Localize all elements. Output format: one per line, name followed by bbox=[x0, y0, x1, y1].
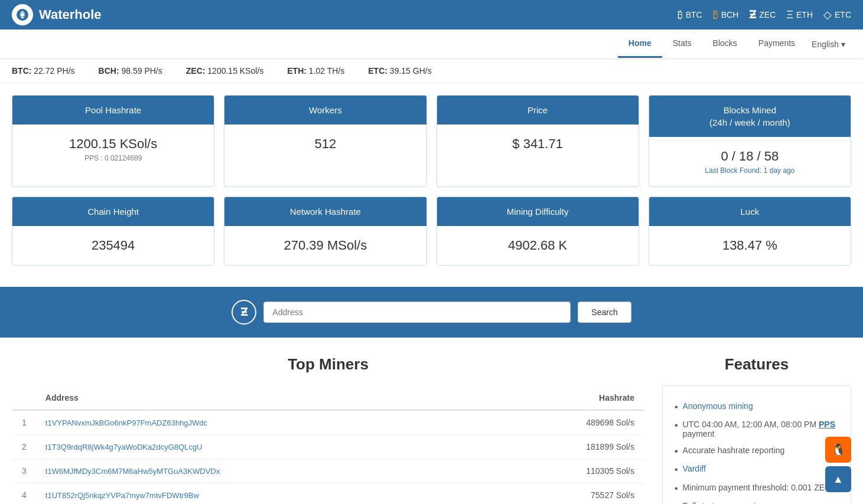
table-row: 2 t1T3Q9rdqR8jWk4g7yaWoDKa2dcyG8QLcgU 18… bbox=[12, 435, 644, 459]
miner-rank-1: 1 bbox=[12, 410, 36, 435]
col-hashrate: Hashrate bbox=[487, 386, 644, 411]
arrow-up-icon: ▲ bbox=[833, 473, 844, 486]
features-box: Anonymous mining UTC 04:00 AM, 12:00 AM,… bbox=[662, 385, 851, 504]
stat-blocks-mined-value: 0 / 18 / 58 bbox=[655, 149, 845, 164]
hashrate-zec-coin: ZEC: bbox=[186, 66, 206, 76]
top-header: Waterhole ₿ BTC ₿ BCH Ƶ ZEC Ξ ETH ◇ ETC bbox=[0, 0, 863, 30]
coin-etc-label: ETC bbox=[835, 10, 851, 19]
hashrate-etc-value: 39.15 GH/s bbox=[390, 66, 432, 76]
top-miners-section: Top Miners Address Hashrate 1 t1VYPANvxm… bbox=[12, 355, 644, 504]
stratum-text: Full stratum support bbox=[683, 501, 756, 504]
language-dropdown[interactable]: English ▾ bbox=[806, 31, 851, 57]
nav-links: Home Stats Blocks Payments English ▾ bbox=[618, 30, 851, 58]
stat-blocks-mined-header: Blocks Mined(24h / week / month) bbox=[649, 96, 851, 137]
stat-luck-header: Luck bbox=[649, 197, 851, 226]
nav-payments[interactable]: Payments bbox=[748, 30, 806, 58]
coin-eth[interactable]: Ξ ETH bbox=[786, 9, 813, 21]
scroll-top-button[interactable]: ▲ bbox=[825, 466, 851, 492]
qq-button[interactable]: 🐧 bbox=[825, 437, 851, 463]
stat-workers-body: 512 bbox=[224, 125, 426, 163]
stat-luck-value: 138.47 % bbox=[655, 238, 845, 253]
coin-zec-label: ZEC bbox=[759, 10, 776, 19]
stat-price-body: $ 341.71 bbox=[437, 125, 639, 163]
stat-price: Price $ 341.71 bbox=[437, 95, 639, 187]
miner-hashrate-2: 181899 Sol/s bbox=[487, 435, 644, 459]
feature-pps-payment: UTC 04:00 AM, 12:00 AM, 08:00 PM PPS pay… bbox=[675, 416, 839, 442]
dropdown-arrow-icon: ▾ bbox=[841, 40, 845, 49]
address-search-input[interactable] bbox=[263, 302, 571, 323]
table-row: 3 t1W6MJfMDy3Cm6M7M6aHw5yMTGuA3KWDVDx 11… bbox=[12, 459, 644, 483]
coin-btc[interactable]: ₿ BTC bbox=[678, 9, 702, 21]
float-buttons: 🐧 ▲ bbox=[825, 437, 851, 492]
top-miners-title: Top Miners bbox=[12, 355, 644, 374]
hashrate-bch-value: 98.59 PH/s bbox=[121, 66, 162, 76]
stat-chain-height-body: 235494 bbox=[12, 226, 214, 265]
stat-mining-difficulty-body: 4902.68 K bbox=[437, 226, 639, 265]
min-payment-text: Minimum payment threshold: 0.001 ZEC bbox=[683, 483, 831, 492]
vardiff-link[interactable]: Vardiff bbox=[683, 464, 706, 473]
search-button[interactable]: Search bbox=[578, 302, 631, 323]
stat-price-header: Price bbox=[437, 96, 639, 125]
main-content: Top Miners Address Hashrate 1 t1VYPANvxm… bbox=[0, 338, 863, 504]
stat-pool-hashrate-value: 1200.15 KSol/s bbox=[18, 136, 208, 152]
miners-table: Address Hashrate 1 t1VYPANvxmJkBGo6nkP97… bbox=[12, 385, 644, 504]
miner-address-2: t1T3Q9rdqR8jWk4g7yaWoDKa2dcyG8QLcgU bbox=[36, 435, 487, 459]
hashrate-eth-coin: ETH: bbox=[287, 66, 307, 76]
stat-blocks-mined: Blocks Mined(24h / week / month) 0 / 18 … bbox=[649, 95, 851, 187]
feature-min-payment: Minimum payment threshold: 0.001 ZEC bbox=[675, 479, 839, 498]
hashrate-btc-coin: BTC: bbox=[12, 66, 31, 76]
coin-bch[interactable]: ₿ BCH bbox=[713, 9, 739, 21]
stat-blocks-mined-body: 0 / 18 / 58 Last Block Found: 1 day ago bbox=[649, 137, 851, 186]
hashrate-bch: BCH: 98.59 PH/s bbox=[99, 66, 162, 76]
hashrate-bar: BTC: 22.72 PH/s BCH: 98.59 PH/s ZEC: 120… bbox=[0, 59, 863, 83]
hashrate-etc: ETC: 39.15 GH/s bbox=[368, 66, 431, 76]
miners-table-header-row: Address Hashrate bbox=[12, 386, 644, 411]
miner-rank-3: 3 bbox=[12, 459, 36, 483]
zec-icon: Ƶ bbox=[232, 300, 256, 325]
stat-price-value: $ 341.71 bbox=[443, 136, 633, 152]
nav-bar: Home Stats Blocks Payments English ▾ bbox=[0, 30, 863, 59]
coin-btc-label: BTC bbox=[686, 10, 702, 19]
miner-address-1: t1VYPANvxmJkBGo6nkP97FmADZ63hhgJWdc bbox=[36, 410, 487, 435]
coin-zec[interactable]: Ƶ ZEC bbox=[749, 8, 776, 21]
coin-etc[interactable]: ◇ ETC bbox=[823, 8, 851, 21]
stat-workers: Workers 512 bbox=[224, 95, 426, 187]
nav-stats[interactable]: Stats bbox=[662, 30, 702, 58]
stat-chain-height: Chain Height 235494 bbox=[12, 197, 214, 266]
stats-section: Pool Hashrate 1200.15 KSol/s PPS : 0.021… bbox=[0, 83, 863, 287]
nav-blocks[interactable]: Blocks bbox=[702, 30, 748, 58]
hashrate-reporting-text: Accurate hashrate reporting bbox=[683, 446, 785, 455]
stat-mining-difficulty-value: 4902.68 K bbox=[443, 238, 633, 253]
features-list: Anonymous mining UTC 04:00 AM, 12:00 AM,… bbox=[675, 398, 839, 504]
hashrate-zec-value: 1200.15 KSol/s bbox=[207, 66, 263, 76]
stat-pool-hashrate-body: 1200.15 KSol/s PPS : 0.02124689 bbox=[12, 125, 214, 174]
coin-nav: ₿ BTC ₿ BCH Ƶ ZEC Ξ ETH ◇ ETC bbox=[678, 8, 851, 21]
logo-area: Waterhole bbox=[12, 4, 102, 25]
miner-rank-2: 2 bbox=[12, 435, 36, 459]
feature-anonymous-mining: Anonymous mining bbox=[675, 398, 839, 416]
zec-symbol: Ƶ bbox=[240, 306, 247, 319]
svg-point-1 bbox=[21, 13, 24, 17]
search-section: Ƶ Search bbox=[0, 287, 863, 338]
language-label: English bbox=[812, 40, 839, 49]
hashrate-bch-coin: BCH: bbox=[99, 66, 119, 76]
stat-chain-height-header: Chain Height bbox=[12, 197, 214, 226]
feature-stratum: Full stratum support bbox=[675, 498, 839, 504]
miner-hashrate-3: 110305 Sol/s bbox=[487, 459, 644, 483]
stat-mining-difficulty-header: Mining Difficulty bbox=[437, 197, 639, 226]
col-address: Address bbox=[36, 386, 487, 411]
stat-workers-value: 512 bbox=[230, 136, 420, 152]
stat-pool-hashrate-header: Pool Hashrate bbox=[12, 96, 214, 125]
miners-table-head: Address Hashrate bbox=[12, 386, 644, 411]
pps-link[interactable]: PPS bbox=[819, 420, 835, 429]
stat-pool-hashrate: Pool Hashrate 1200.15 KSol/s PPS : 0.021… bbox=[12, 95, 214, 187]
nav-home[interactable]: Home bbox=[618, 30, 662, 58]
miner-address-3: t1W6MJfMDy3Cm6M7M6aHw5yMTGuA3KWDVDx bbox=[36, 459, 487, 483]
features-title: Features bbox=[662, 355, 851, 374]
stat-chain-height-value: 235494 bbox=[18, 238, 208, 253]
miner-rank-4: 4 bbox=[12, 483, 36, 505]
table-row: 1 t1VYPANvxmJkBGo6nkP97FmADZ63hhgJWdc 48… bbox=[12, 410, 644, 435]
hashrate-btc: BTC: 22.72 PH/s bbox=[12, 66, 75, 76]
anonymous-mining-link[interactable]: Anonymous mining bbox=[683, 401, 753, 411]
miner-hashrate-4: 75527 Sol/s bbox=[487, 483, 644, 505]
